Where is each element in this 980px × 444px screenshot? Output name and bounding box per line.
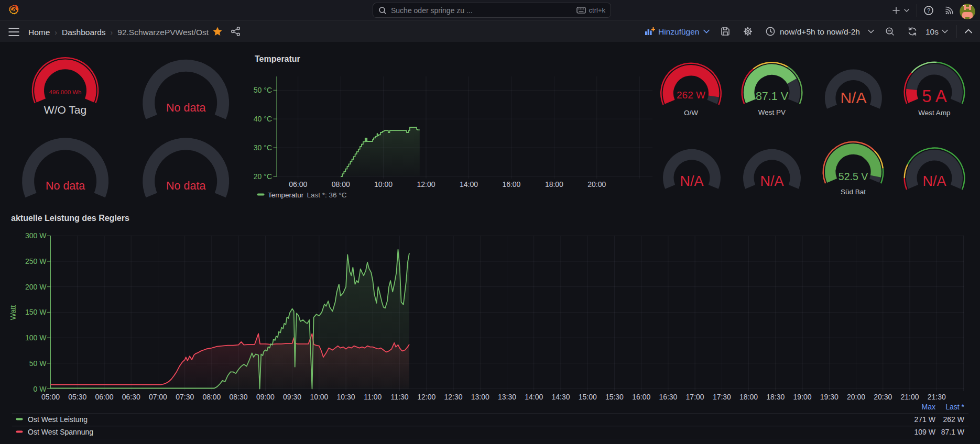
svg-text:Temperatur: Temperatur [268, 191, 304, 199]
svg-text:16:00: 16:00 [632, 393, 650, 401]
svg-text:No data: No data [166, 102, 205, 114]
svg-text:87.1 V: 87.1 V [756, 90, 789, 103]
svg-text:13:30: 13:30 [498, 393, 516, 401]
svg-text:13:00: 13:00 [471, 393, 489, 401]
svg-text:21:00: 21:00 [900, 393, 919, 401]
svg-text:aktuelle Leistung des Reglers: aktuelle Leistung des Reglers [11, 214, 129, 223]
svg-text:20:30: 20:30 [874, 393, 892, 401]
svg-text:15:30: 15:30 [605, 393, 624, 401]
svg-text:08:00: 08:00 [202, 393, 221, 401]
svg-text:19:00: 19:00 [793, 393, 812, 401]
svg-text:N/A: N/A [760, 173, 783, 189]
svg-text:N/A: N/A [840, 89, 866, 106]
svg-text:06:30: 06:30 [122, 393, 140, 401]
svg-text:08:00: 08:00 [332, 180, 350, 188]
svg-text:250 W: 250 W [25, 257, 47, 265]
svg-text:14:00: 14:00 [460, 180, 478, 188]
svg-text:18:00: 18:00 [739, 393, 758, 401]
svg-text:109 W: 109 W [914, 428, 936, 436]
svg-text:50 W: 50 W [29, 359, 47, 368]
svg-text:West PV: West PV [758, 108, 786, 116]
svg-text:5 A: 5 A [922, 86, 947, 106]
svg-text:12:00: 12:00 [417, 393, 435, 401]
svg-text:0 W: 0 W [34, 385, 47, 393]
svg-text:05:30: 05:30 [68, 393, 86, 401]
svg-text:20:00: 20:00 [587, 180, 606, 188]
svg-text:10:00: 10:00 [374, 180, 393, 188]
svg-text:N/A: N/A [922, 173, 946, 189]
svg-text:10:00: 10:00 [310, 393, 328, 401]
svg-text:496.000 Wh: 496.000 Wh [49, 89, 81, 95]
svg-text:262 W: 262 W [677, 90, 705, 101]
svg-text:12:00: 12:00 [417, 180, 435, 188]
svg-text:200 W: 200 W [25, 283, 47, 291]
svg-text:Süd Bat: Süd Bat [841, 188, 866, 196]
svg-text:150 W: 150 W [25, 308, 47, 316]
svg-text:08:30: 08:30 [230, 393, 248, 401]
svg-text:06:00: 06:00 [289, 180, 307, 188]
svg-text:11:30: 11:30 [391, 393, 409, 401]
svg-text:14:00: 14:00 [525, 393, 543, 401]
svg-text:Last *: 36 °C: Last *: 36 °C [307, 191, 347, 199]
svg-text:262 W: 262 W [943, 415, 965, 424]
svg-text:18:30: 18:30 [766, 393, 785, 401]
svg-text:40 °C: 40 °C [254, 115, 272, 123]
svg-text:12:30: 12:30 [444, 393, 462, 401]
svg-text:50 °C: 50 °C [254, 86, 272, 94]
svg-text:10:30: 10:30 [337, 393, 355, 401]
svg-text:14:30: 14:30 [551, 393, 570, 401]
svg-text:07:00: 07:00 [149, 393, 167, 401]
svg-text:O/W: O/W [684, 109, 698, 117]
svg-text:17:00: 17:00 [686, 393, 704, 401]
svg-text:100 W: 100 W [25, 334, 47, 342]
svg-text:?: ? [927, 7, 930, 14]
svg-text:20 °C: 20 °C [254, 172, 272, 181]
svg-text:Ost West Leistung: Ost West Leistung [28, 415, 88, 424]
svg-text:N/A: N/A [680, 173, 703, 189]
svg-text:87.1 W: 87.1 W [941, 428, 965, 436]
svg-text:30 °C: 30 °C [254, 143, 272, 152]
svg-text:Max: Max [922, 403, 935, 411]
svg-text:Temperatur: Temperatur [255, 54, 300, 63]
svg-text:W/O Tag: W/O Tag [44, 104, 86, 116]
svg-text:Ost West Spannung: Ost West Spannung [28, 428, 93, 436]
svg-text:15:00: 15:00 [579, 393, 597, 401]
svg-text:11:00: 11:00 [364, 393, 382, 401]
svg-text:19:30: 19:30 [820, 393, 839, 401]
svg-text:No data: No data [166, 180, 205, 192]
svg-text:17:30: 17:30 [713, 393, 731, 401]
svg-text:Watt: Watt [9, 305, 17, 320]
svg-text:21:30: 21:30 [928, 393, 946, 401]
svg-text:16:30: 16:30 [659, 393, 677, 401]
svg-text:16:00: 16:00 [502, 180, 520, 188]
svg-text:No data: No data [46, 180, 85, 192]
svg-text:300 W: 300 W [25, 231, 47, 240]
svg-text:09:30: 09:30 [283, 393, 301, 401]
svg-text:20:00: 20:00 [847, 393, 865, 401]
svg-text:271 W: 271 W [914, 415, 936, 424]
svg-text:05:00: 05:00 [41, 393, 60, 401]
svg-text:06:00: 06:00 [95, 393, 113, 401]
svg-text:52.5 V: 52.5 V [839, 171, 868, 182]
svg-text:18:00: 18:00 [545, 180, 563, 188]
svg-text:09:00: 09:00 [256, 393, 275, 401]
svg-text:Last *: Last * [945, 403, 964, 411]
svg-text:West Amp: West Amp [918, 109, 950, 117]
svg-text:07:30: 07:30 [176, 393, 194, 401]
